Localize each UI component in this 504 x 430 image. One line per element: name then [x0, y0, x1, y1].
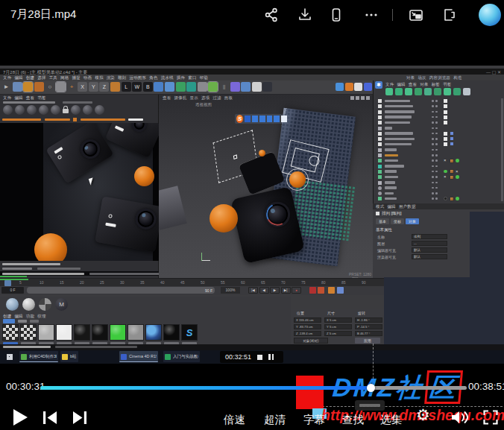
toolbar-icon-13: B [143, 82, 153, 92]
coord-mode-dropdown: 对象(相对) [294, 338, 328, 344]
om-row-label [385, 132, 413, 135]
find-button[interactable]: 查找 [342, 413, 364, 427]
c4d-status-bar [0, 344, 504, 350]
om-row-label [385, 159, 398, 162]
am-field-value: ... [412, 241, 447, 246]
c4d-menu-item: 插件 [177, 75, 185, 80]
taskbar-button-2: Cinema 4D R19 教程 [119, 351, 158, 362]
om-tag-polygon [444, 104, 447, 108]
om-row-4 [374, 120, 504, 125]
axis-gizmo-x [201, 260, 210, 261]
timeline-tick-35: 35 [140, 280, 145, 285]
next-button[interactable] [72, 411, 88, 425]
c4d-menu-item: 选择 [37, 75, 45, 80]
am-field-label: 名称 [377, 235, 385, 239]
om-row-label [385, 121, 410, 124]
fullscreen-icon[interactable] [483, 410, 498, 425]
c4d-window-controls: — ▢ ✕ [486, 69, 501, 75]
om-vis-dot [432, 149, 434, 151]
picture-in-picture-icon[interactable] [409, 7, 423, 22]
material-menu-item: 创建 [3, 314, 11, 318]
user-avatar[interactable] [479, 4, 501, 26]
settings-gear-icon[interactable]: ⚙ [416, 406, 430, 424]
om-vis-dot [432, 127, 434, 130]
player-top-bar: 7月28日.mp4 [0, 0, 504, 30]
timeline-tick-20: 20 [80, 280, 84, 285]
toolbar-icon-12: W [132, 82, 142, 92]
c4d-menu-item: 窗口 [188, 75, 196, 80]
om-tool-icon-0 [385, 88, 393, 95]
seek-bar[interactable] [40, 386, 467, 390]
om-vis-dot [432, 159, 434, 162]
om-chip-green [456, 197, 459, 200]
am-menu-item: 用户数据 [399, 204, 416, 209]
c4d-main-menus: 文件编辑创建选择工具网格捕捉动画模拟渲染雕刻运动图形角色流水线插件窗口帮助 [3, 75, 211, 80]
lens-reflection [263, 200, 291, 228]
download-icon[interactable] [297, 7, 312, 22]
c4d-menu-item: 渲染 [107, 75, 115, 80]
more-icon[interactable] [364, 7, 379, 22]
record-button-1 [309, 287, 316, 294]
phone-icon[interactable] [329, 7, 344, 22]
om-row-5 [374, 126, 504, 131]
share-icon[interactable] [264, 7, 279, 22]
am-tab-坐标: 坐标 [391, 218, 404, 224]
subtitles-button[interactable]: 字幕 [303, 413, 325, 427]
timeline-tick-90: 90 [362, 280, 366, 285]
om-vis-dot [432, 171, 434, 173]
om-vis-dot [435, 182, 438, 184]
coord-col-header: 旋转 [358, 311, 365, 315]
om-vis-dot [432, 105, 434, 107]
om-row-label [385, 100, 410, 103]
volume-icon[interactable] [450, 411, 470, 424]
camera-power-icon [57, 154, 63, 159]
c4d-menu-item: 模拟 [95, 75, 103, 80]
speed-button[interactable]: 倍速 [224, 413, 245, 427]
om-row-label [385, 110, 415, 113]
toolbar-right-icon-1 [345, 83, 353, 91]
timeline-tick-45: 45 [180, 280, 185, 285]
c4d-menu-item: 工具 [49, 75, 57, 80]
om-tool-icon-8 [463, 88, 470, 95]
toolbar-icon-5 [56, 82, 66, 92]
mini-window-icon[interactable] [441, 7, 456, 22]
om-vis-dot [435, 165, 438, 168]
c4d-menu-item: 流水线 [161, 75, 174, 80]
om-vis-dot [435, 138, 438, 140]
timeline-tick-5: 5 [19, 280, 22, 285]
om-vis-dot [432, 192, 434, 195]
om-tag-polygon [444, 132, 447, 136]
coord-value-2-0: H -1.86 ° [355, 317, 382, 323]
coord-value-1-2: Z 5 cm [324, 331, 352, 336]
om-vis-dot [432, 133, 434, 135]
om-row-icon [378, 192, 382, 195]
om-row-label [385, 105, 413, 108]
om-chip-dark [444, 197, 447, 200]
play-button[interactable] [13, 409, 28, 426]
video-display-area[interactable]: 7月28日 (6) - [主.模型简单动2.c4d *] - 主要 — ▢ ✕ … [0, 30, 504, 376]
c4d-menu-item: 运动图形 [129, 75, 146, 80]
toolbar-icon-15 [165, 82, 174, 92]
recorder-pause-icon [268, 354, 274, 360]
om-row-icon [378, 132, 382, 136]
previous-button[interactable] [42, 411, 58, 425]
video-logo-watermark: S [235, 114, 289, 124]
om-row-7 [374, 136, 504, 142]
om-vis-dot [435, 149, 438, 151]
om-vis-dot [432, 187, 434, 189]
om-row-icon [378, 175, 382, 179]
om-row-icon [378, 165, 382, 168]
om-menu-item: 对象 [420, 82, 428, 86]
om-row-2 [374, 110, 504, 115]
playlist-button[interactable]: 选集 [380, 413, 402, 427]
om-row-3 [374, 115, 504, 120]
pv-compare-circle-2 [27, 105, 37, 115]
quality-button[interactable]: 超清 [264, 413, 286, 427]
om-tool-icon-6 [444, 88, 451, 95]
coord-apply-button: 应用 [355, 338, 380, 344]
toolbar-icon-20: ▮ [219, 82, 229, 92]
axis-gizmo-y [201, 253, 202, 261]
om-menu-item: 编辑 [397, 82, 405, 86]
scene-plane-edge [159, 186, 187, 230]
om-vis-dot [435, 127, 438, 130]
